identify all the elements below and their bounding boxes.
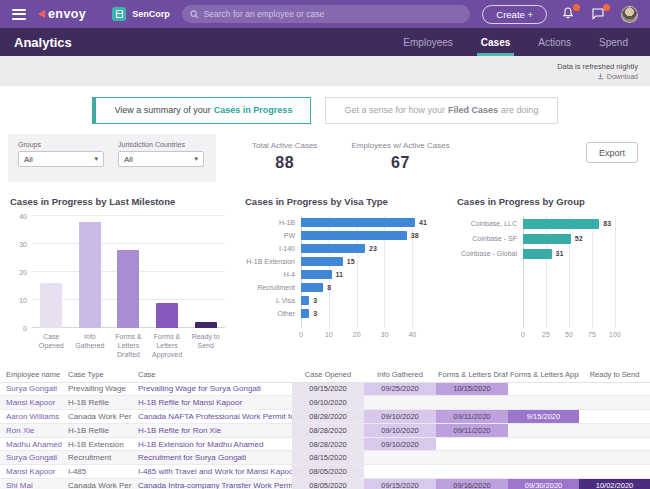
y-tick-label: 30 (8, 241, 27, 248)
x-tick-label: 25 (542, 331, 550, 338)
analytics-nav-bar: Analytics EmployeesCasesActionsSpend (0, 28, 650, 56)
user-avatar[interactable] (621, 6, 638, 23)
case-link[interactable]: H-1B Extension for Madhu Ahamed (132, 437, 292, 451)
case-link[interactable]: Canada Intra-company Transfer Work Permi… (132, 479, 292, 489)
message-badge (603, 4, 610, 11)
chart-last-milestone: Cases in Progress by Last Milestone 0102… (8, 192, 233, 362)
column-header: Case (132, 368, 292, 382)
y-tick-label: 10 (8, 297, 27, 304)
milestone-date-cell: 09/10/2020 (292, 396, 364, 410)
chart-visa-type: Cases in Progress by Visa Type H-1BPWI-1… (243, 192, 445, 362)
milestone-date-cell: 09/15/2020 (292, 382, 364, 396)
milestone-date-cell (364, 396, 436, 410)
toggle-filed-suffix: are doing (501, 105, 539, 115)
chart-title: Cases in Progress by Last Milestone (10, 196, 233, 207)
plot-area: 4138231511833 (301, 216, 429, 328)
messages-chat-icon[interactable] (591, 6, 607, 22)
view-toggle-row: View a summary of your Cases in Progress… (0, 86, 650, 134)
download-icon (597, 73, 604, 80)
bar-row: 23 (301, 242, 429, 255)
milestone-plot: 010203040 (32, 216, 225, 328)
stat-employees-active-cases: Employees w/ Active Cases 67 (351, 141, 449, 172)
bar-value-label: 41 (419, 219, 427, 226)
tab-actions[interactable]: Actions (538, 28, 571, 56)
search-icon (190, 10, 199, 19)
top-bar: envoy SenCorp Create + (0, 0, 650, 28)
milestone-date-cell (436, 396, 508, 410)
jurisdiction-select[interactable]: All ▾ (118, 151, 204, 167)
bar-i-140 (301, 244, 365, 253)
brand-name: envoy (48, 7, 86, 21)
milestone-date-cell (364, 465, 436, 479)
plot-area: 835231 (523, 216, 626, 328)
milestone-date-cell (579, 410, 650, 424)
milestone-date-cell: 08/05/2020 (292, 465, 364, 479)
toggle-filed-highlight: Filed Cases (448, 105, 498, 115)
table-header-row: Employee nameCase TypeCaseCase OpenedInf… (0, 368, 650, 382)
search-bar[interactable] (182, 5, 471, 23)
bar-labels: Coinbase, LLCCoinbase - SFCoinbase - Glo… (455, 216, 523, 328)
create-button[interactable]: Create + (482, 5, 547, 24)
milestone-date-cell (508, 437, 579, 451)
milestone-date-cell: 09/16/2020 (436, 479, 508, 489)
x-tick-label: 100 (609, 331, 621, 338)
table-row: Mansi KapoorI-485I-485 with Travel and W… (0, 465, 650, 479)
groups-select[interactable]: All ▾ (18, 151, 104, 167)
org-name: SenCorp (132, 9, 170, 19)
bar-value-label: 11 (336, 271, 343, 278)
tab-employees[interactable]: Employees (403, 28, 452, 56)
visa-plot: H-1BPWI-140H-1B ExtensionH-4RecruitmentL… (243, 216, 445, 328)
case-link[interactable]: H-1B Refile for Mansi Kapoor (132, 396, 292, 410)
notifications-bell-icon[interactable] (561, 6, 577, 22)
bar-category-label: L Visa (243, 294, 301, 307)
milestone-date-cell (364, 451, 436, 465)
toggle-filed-cases[interactable]: Get a sense for how your Filed Cases are… (325, 97, 557, 124)
x-tick-label: 0 (299, 331, 303, 338)
tab-spend[interactable]: Spend (599, 28, 628, 56)
tab-cases[interactable]: Cases (481, 28, 510, 56)
milestone-date-cell (508, 451, 579, 465)
case-link[interactable]: I-485 with Travel and Work for Mansi Kap… (132, 465, 292, 479)
download-link[interactable]: Download (597, 73, 638, 80)
bar-h-1b (301, 218, 415, 227)
search-input[interactable] (204, 9, 463, 19)
x-tick-label: 30 (381, 331, 389, 338)
bar-info-gathered (79, 222, 101, 328)
column-header: Forms & Letters Drafted (436, 368, 508, 382)
bar-value-label: 31 (556, 250, 564, 257)
group-plot: Coinbase, LLCCoinbase - SFCoinbase - Glo… (455, 216, 642, 328)
nav-tabs: EmployeesCasesActionsSpend (403, 28, 636, 56)
column-header: Ready to Send (579, 368, 650, 382)
case-link[interactable]: Prevailing Wage for Surya Gongati (132, 382, 292, 396)
case-link[interactable]: Canada NAFTA Professional Work Permit fo… (132, 410, 292, 424)
bar-row: 38 (301, 229, 429, 242)
x-tick-label: 0 (521, 331, 525, 338)
milestone-date-cell (436, 465, 508, 479)
x-tick-label: 40 (408, 331, 416, 338)
milestone-x-labels: Case OpenedInfo GatheredForms & Letters … (32, 332, 225, 359)
y-tick-label: 40 (8, 213, 27, 220)
milestone-date-cell (579, 396, 650, 410)
bar-labels: H-1BPWI-140H-1B ExtensionH-4RecruitmentL… (243, 216, 301, 328)
milestone-date-cell: 09/10/2020 (364, 423, 436, 437)
top-actions: Create + (482, 5, 638, 24)
milestone-date-cell (579, 451, 650, 465)
org-switcher[interactable]: SenCorp (112, 7, 170, 21)
x-category-label: Forms & Letters Approved (148, 332, 187, 359)
bar-row: 31 (523, 246, 626, 261)
case-link[interactable]: Recruitment for Surya Gongati (132, 451, 292, 465)
milestone-date-cell: 08/15/2020 (292, 451, 364, 465)
bar-recruitment (301, 283, 323, 292)
case-type-cell: Canada Work Permit (62, 410, 132, 424)
case-link[interactable]: H-1B Refile for Ron Xie (132, 423, 292, 437)
menu-icon[interactable] (12, 9, 26, 20)
milestone-date-cell (579, 437, 650, 451)
filter-panel: Groups All ▾ Jurisdiction Countries All … (8, 134, 216, 182)
envoy-logo-icon (38, 10, 45, 18)
milestone-date-cell: 09/30/2020 (508, 479, 579, 489)
case-type-cell: Canada Work Permit (62, 479, 132, 489)
export-button[interactable]: Export (586, 142, 638, 163)
toggle-cases-in-progress[interactable]: View a summary of your Cases in Progress (92, 97, 311, 124)
bar-category-label: PW (243, 229, 301, 242)
envoy-logo: envoy (38, 7, 86, 21)
